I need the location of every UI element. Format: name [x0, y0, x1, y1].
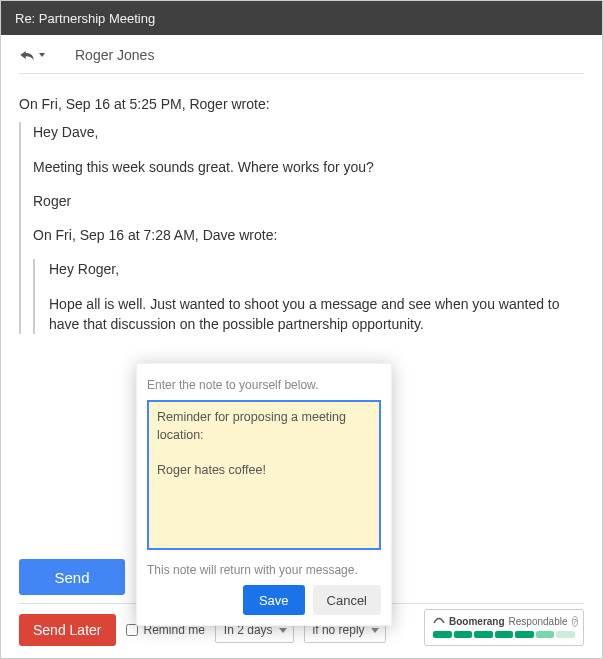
compose-header: Roger Jones [1, 35, 602, 73]
chevron-down-icon [39, 53, 45, 57]
quote-block-1: Hey Dave, Meeting this week sounds great… [19, 122, 584, 334]
message-body[interactable]: On Fri, Sep 16 at 5:25 PM, Roger wrote: … [1, 94, 602, 334]
note-textarea[interactable] [147, 400, 381, 550]
send-later-button[interactable]: Send Later [19, 614, 116, 646]
msg2-greeting: Hey Roger, [49, 259, 584, 279]
chevron-down-icon [371, 628, 379, 633]
msg1-body: Meeting this week sounds great. Where wo… [33, 157, 584, 177]
msg1-signoff: Roger [33, 191, 584, 211]
title-bar: Re: Partnership Meeting [1, 1, 602, 35]
note-heading: Enter the note to yourself below. [147, 378, 381, 392]
quote-intro-1: On Fri, Sep 16 at 5:25 PM, Roger wrote: [19, 94, 584, 114]
boomerang-icon [433, 615, 445, 627]
reply-type-dropdown[interactable] [19, 48, 45, 62]
respondable-meter [433, 631, 575, 638]
window-title: Re: Partnership Meeting [15, 11, 155, 26]
msg1-greeting: Hey Dave, [33, 122, 584, 142]
remind-me-checkbox[interactable] [126, 624, 138, 636]
respondable-label: Respondable [509, 616, 568, 627]
reply-arrow-icon [19, 48, 35, 62]
respondable-brand: Boomerang [449, 616, 505, 627]
header-divider [19, 73, 584, 74]
note-save-button[interactable]: Save [243, 585, 305, 615]
note-cancel-button[interactable]: Cancel [313, 585, 381, 615]
respondable-widget[interactable]: Boomerang Respondable ? [424, 609, 584, 646]
note-popup: Enter the note to yourself below. This n… [136, 363, 392, 626]
help-icon[interactable]: ? [572, 616, 578, 627]
note-subtext: This note will return with your message. [147, 563, 381, 577]
quote-block-2: Hey Roger, Hope all is well. Just wanted… [33, 259, 584, 334]
send-button[interactable]: Send [19, 559, 125, 595]
chevron-down-icon [279, 628, 287, 633]
quote-intro-2: On Fri, Sep 16 at 7:28 AM, Dave wrote: [33, 225, 584, 245]
msg2-body: Hope all is well. Just wanted to shoot y… [49, 294, 584, 335]
recipient-name: Roger Jones [75, 47, 154, 63]
